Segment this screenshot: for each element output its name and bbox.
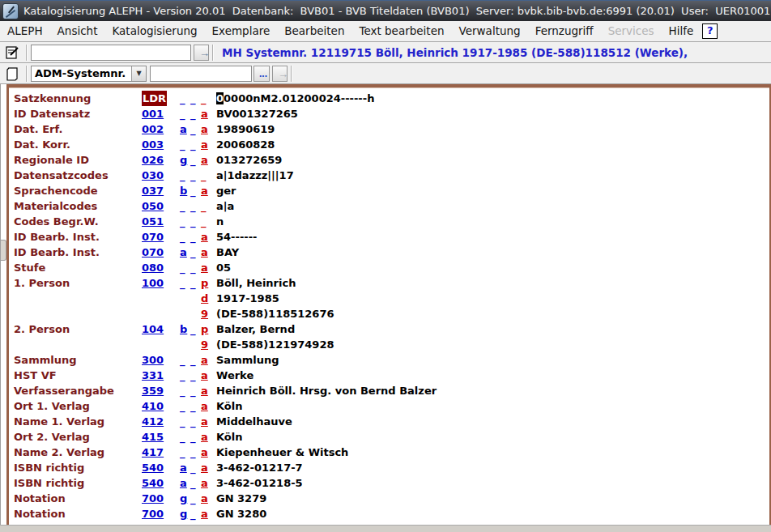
navigate-go-button[interactable]: → [272, 66, 288, 82]
field-row[interactable]: Ort 1. Verlag410__aKöln [9, 398, 769, 414]
field-indicators[interactable]: __ [180, 91, 201, 106]
field-row[interactable]: 9(DE-588)118512676 [9, 306, 769, 321]
field-indicators[interactable]: __ [180, 275, 201, 291]
field-row[interactable]: d1917-1985 [9, 291, 769, 306]
field-value[interactable]: 54------ [216, 229, 257, 245]
id-type-select[interactable]: ADM-Systemnr. ▼ [31, 66, 147, 82]
field-indicators[interactable]: a_ [180, 245, 201, 260]
subfield-code[interactable]: _ [201, 91, 207, 106]
field-value[interactable]: 3-462-01217-7 [216, 460, 303, 475]
field-row[interactable]: Ort 2. Verlag415__aKöln [9, 429, 769, 445]
record-editor-panel[interactable]: SatzkennungLDR___00000nM2.01200024------… [6, 84, 771, 525]
subfield-code[interactable]: a [201, 152, 208, 168]
menu-item-verwaltung[interactable]: Verwaltung [452, 21, 528, 41]
record-search-input[interactable] [31, 45, 191, 61]
field-tag[interactable]: 700 [142, 491, 164, 506]
field-tag[interactable]: 300 [142, 352, 164, 368]
menu-item-ansicht[interactable]: Ansicht [50, 21, 105, 41]
field-value[interactable]: BAY [216, 245, 239, 260]
subfield-code[interactable]: a [201, 383, 208, 398]
field-row[interactable]: ISBN richtig540a_a3-462-01217-7 [9, 460, 769, 475]
field-indicators[interactable]: __ [180, 214, 201, 229]
subfield-code[interactable]: p [201, 275, 208, 291]
field-row[interactable]: Name 2. Verlag417__aKiepenheuer & Witsch [9, 445, 769, 460]
field-tag[interactable]: 331 [142, 368, 164, 383]
field-value[interactable]: ger [216, 183, 236, 198]
subfield-code[interactable]: p [201, 321, 208, 337]
menu-item-bearbeiten[interactable]: Bearbeiten [277, 21, 351, 41]
browse-button[interactable]: ... [253, 66, 270, 82]
field-value[interactable]: Köln [216, 398, 243, 414]
field-value[interactable]: BV001327265 [216, 106, 298, 121]
subfield-code[interactable]: 9 [201, 337, 208, 352]
subfield-code[interactable]: a [201, 352, 208, 368]
subfield-code[interactable]: a [201, 121, 208, 137]
field-value[interactable]: a|a [216, 198, 234, 214]
field-value[interactable]: 20060828 [216, 137, 275, 152]
subfield-code[interactable]: a [201, 183, 208, 198]
field-value[interactable]: Köln [216, 429, 243, 445]
subfield-code[interactable]: a [201, 260, 208, 275]
field-row[interactable]: Name 1. Verlag412__aMiddelhauve [9, 414, 769, 429]
field-value[interactable]: Böll, Heinrich [216, 275, 296, 291]
menu-item-hilfe[interactable]: Hilfe [662, 21, 701, 41]
field-row[interactable]: Materialcodes050___a|a [9, 198, 769, 214]
field-tag[interactable]: 540 [142, 475, 164, 491]
field-row[interactable]: Notation700g_aGN 3280 [9, 506, 769, 521]
field-value[interactable]: 05 [216, 260, 231, 275]
menu-item-katalogisierung[interactable]: Katalogisierung [104, 21, 204, 41]
field-tag[interactable]: 001 [142, 106, 164, 121]
field-value[interactable]: GN 3279 [216, 491, 266, 506]
field-value[interactable]: Kiepenheuer & Witsch [216, 445, 348, 460]
field-row[interactable]: 1. Person100__pBöll, Heinrich [9, 275, 769, 291]
field-value[interactable]: GN 3280 [216, 506, 266, 521]
chevron-down-icon[interactable]: ▼ [131, 66, 146, 81]
title-bar[interactable]: Katalogisierung ALEPH - Version 20.01 Da… [0, 0, 771, 21]
field-value[interactable]: (DE-588)121974928 [216, 337, 334, 352]
field-row[interactable]: ID Bearb. Inst.070__a54------ [9, 229, 769, 245]
field-tag[interactable]: 410 [142, 398, 164, 414]
subfield-code[interactable]: a [201, 491, 208, 506]
field-indicators[interactable]: __ [180, 168, 201, 183]
field-value[interactable]: n [216, 214, 224, 229]
menu-item-text-bearbeiten[interactable]: Text bearbeiten [351, 21, 451, 41]
field-tag[interactable]: 080 [142, 260, 164, 275]
field-indicators[interactable]: b_ [180, 321, 201, 337]
field-value[interactable]: 1917-1985 [216, 291, 279, 306]
field-tag[interactable]: 051 [142, 214, 164, 229]
subfield-code[interactable]: a [201, 460, 208, 475]
field-row[interactable]: Datensatzcodes030___a|1dazzz|||17 [9, 168, 769, 183]
field-row[interactable]: ISBN richtig540a_a3-462-01218-5 [9, 475, 769, 491]
field-tag[interactable]: 070 [142, 245, 164, 260]
subfield-code[interactable]: _ [201, 214, 207, 229]
field-tag[interactable]: 540 [142, 460, 164, 475]
field-tag[interactable]: 003 [142, 137, 164, 152]
field-tag[interactable]: 100 [142, 275, 164, 291]
field-indicators[interactable]: __ [180, 414, 201, 429]
field-row[interactable]: Stufe080__a05 [9, 260, 769, 275]
field-row[interactable]: ID Bearb. Inst.070a_aBAY [9, 245, 769, 260]
field-indicators[interactable]: g_ [180, 152, 201, 168]
field-value[interactable]: (DE-588)118512676 [216, 306, 334, 321]
field-indicators[interactable]: a_ [180, 121, 201, 137]
field-row[interactable]: Regionale ID026g_a013272659 [9, 152, 769, 168]
search-go-button[interactable]: → [194, 45, 209, 61]
field-indicators[interactable]: g_ [180, 491, 201, 506]
splitter-handle[interactable] [1, 240, 6, 261]
subfield-code[interactable]: a [201, 475, 208, 491]
field-indicators[interactable]: __ [180, 445, 201, 460]
field-value[interactable]: 3-462-01218-5 [216, 475, 303, 491]
field-row[interactable]: SatzkennungLDR___00000nM2.01200024------… [9, 91, 769, 106]
field-indicators[interactable]: __ [180, 398, 201, 414]
subfield-code[interactable]: a [201, 106, 208, 121]
field-indicators[interactable]: __ [180, 137, 201, 152]
field-tag[interactable]: 415 [142, 429, 164, 445]
field-indicators[interactable]: __ [180, 198, 201, 214]
field-tag[interactable]: 700 [142, 506, 164, 521]
menu-item-aleph[interactable]: ALEPH [0, 21, 50, 41]
subfield-code[interactable]: a [201, 445, 208, 460]
field-indicators[interactable]: b_ [180, 183, 201, 198]
subfield-code[interactable]: _ [201, 168, 207, 183]
field-value[interactable]: 013272659 [216, 152, 282, 168]
field-row[interactable]: Dat. Erf.002a_a19890619 [9, 121, 769, 137]
